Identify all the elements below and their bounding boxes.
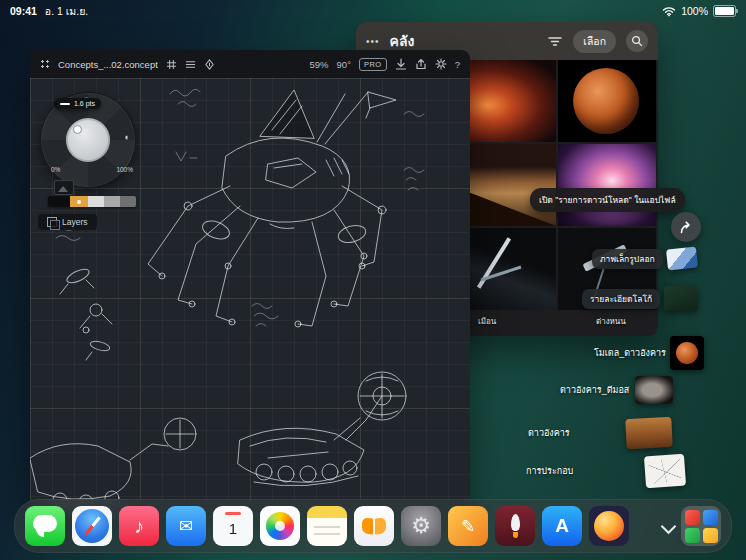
grid-view-icon[interactable] <box>166 59 177 70</box>
search-icon[interactable] <box>626 30 648 52</box>
drag-item[interactable]: ดาวอังคาร <box>528 418 672 448</box>
layers-button[interactable]: Layers <box>38 214 97 230</box>
photo-desert-ridge[interactable] <box>458 144 556 226</box>
stage: 09:41 อ. 1 เม.ย. 100% ••• คลัง <box>0 0 746 560</box>
dock-app-appstore[interactable] <box>542 506 582 546</box>
brush-size-pill[interactable]: 1.6 pts <box>54 98 101 109</box>
drag-item-label: ดาวอังคาร <box>528 426 570 440</box>
dock-app-pencil[interactable] <box>448 506 488 546</box>
opacity-max-label: 100% <box>116 166 133 173</box>
opacity-min-label: 0% <box>51 166 60 173</box>
dock-app-mail[interactable] <box>166 506 206 546</box>
dock-app-settings[interactable] <box>401 506 441 546</box>
photo-mars[interactable] <box>558 60 656 142</box>
status-date: อ. 1 เม.ย. <box>45 3 88 20</box>
downloads-toast[interactable]: เปิด "รายการดาวน์โหลด" ในแอปไฟล์ <box>530 188 685 212</box>
swatch-light-gray[interactable] <box>88 196 104 207</box>
share-arrow-icon <box>678 220 694 235</box>
drag-thumb-mars-thumb <box>670 336 704 370</box>
concepts-toolbar: Concepts_...02.concept 59% 90° PRO <box>30 50 470 78</box>
blend-tool-icon[interactable]: ◐ <box>125 132 130 142</box>
wifi-icon <box>662 6 676 17</box>
dock-app-books[interactable] <box>354 506 394 546</box>
image-import-icon[interactable] <box>54 180 74 195</box>
dock-app-rocket[interactable] <box>495 506 535 546</box>
file-item-label: เมือน <box>478 315 496 328</box>
drag-item-label: โมเดล_ดาวอังคาร <box>594 346 666 360</box>
status-bar: 09:41 อ. 1 เม.ย. 100% <box>0 0 746 20</box>
pro-badge[interactable]: PRO <box>359 58 387 71</box>
dock-app-recents[interactable] <box>681 506 721 546</box>
window-controls-handle[interactable]: ••• <box>366 36 380 47</box>
tool-wheel[interactable]: ✎ ◐ 0% 100% 1.6 pts <box>40 92 136 188</box>
rotation-angle[interactable]: 90° <box>337 59 351 70</box>
drag-item-label: การประกอบ <box>526 464 573 478</box>
drag-thumb-sketch-thumb <box>644 454 686 489</box>
calendar-day: 1 <box>213 506 253 546</box>
document-title[interactable]: Concepts_...02.concept <box>58 59 158 70</box>
dock-app-photos[interactable] <box>260 506 300 546</box>
drag-item-label: รายละเอียดโลโก้ <box>582 289 660 309</box>
status-time: 09:41 <box>10 5 37 17</box>
tool-wheel-center[interactable] <box>66 118 110 162</box>
swatch-mid-gray[interactable] <box>104 196 120 207</box>
dock-apps: 1 <box>25 506 629 546</box>
drag-item[interactable]: ภาพเล็กรูปลอก <box>592 248 697 269</box>
drag-item[interactable]: การประกอบ <box>526 455 685 487</box>
layers-icon <box>47 217 57 227</box>
dock-app-firefox[interactable] <box>589 506 629 546</box>
dock-app-calendar[interactable]: 1 <box>213 506 253 546</box>
help-button[interactable]: ? <box>455 59 460 70</box>
drag-thumb-card-green <box>664 286 698 311</box>
swatch-black[interactable] <box>48 196 70 207</box>
dock: 1 <box>14 499 732 553</box>
menu-lines-icon[interactable] <box>185 59 196 70</box>
battery-icon <box>713 5 736 17</box>
photo-nebula-orange[interactable] <box>458 60 556 142</box>
share-export-icon[interactable] <box>415 58 427 70</box>
files-title: คลัง <box>390 30 415 52</box>
swatch-yellow-selected[interactable] <box>70 196 88 207</box>
filter-icon[interactable] <box>547 34 563 48</box>
settings-gear-icon[interactable] <box>435 58 447 70</box>
import-icon[interactable] <box>395 58 407 70</box>
file-item-label: ต่างหนน <box>596 315 626 328</box>
pen-nib-icon[interactable] <box>204 59 215 70</box>
chevron-down-icon[interactable] <box>659 504 677 548</box>
drag-item-label: ภาพเล็กรูปลอก <box>592 249 663 269</box>
color-swatch-bar <box>48 196 136 207</box>
battery-percent: 100% <box>681 5 708 17</box>
drag-item[interactable]: รายละเอียดโลโก้ <box>582 286 698 311</box>
drag-thumb-card-blue <box>666 246 698 270</box>
dock-app-safari[interactable] <box>72 506 112 546</box>
drag-thumb-rock-thumb <box>635 376 673 404</box>
drawing-canvas[interactable]: ✎ ◐ 0% 100% 1.6 pts Layers <box>30 78 470 512</box>
dock-app-notes[interactable] <box>307 506 347 546</box>
photo-nebula-pink[interactable] <box>558 144 656 226</box>
drag-item-label: ดาวอังคาร_ดีมอส <box>560 383 629 397</box>
layers-label: Layers <box>62 217 88 227</box>
app-grid-icon[interactable] <box>40 59 50 69</box>
concepts-window: Concepts_...02.concept 59% 90° PRO <box>30 50 470 512</box>
drag-item[interactable]: โมเดล_ดาวอังคาร <box>594 336 704 370</box>
drag-item[interactable]: ดาวอังคาร_ดีมอส <box>560 376 673 404</box>
zoom-level[interactable]: 59% <box>310 59 329 70</box>
photo-observatory[interactable] <box>458 228 556 310</box>
share-button[interactable] <box>671 212 701 242</box>
drag-thumb-terrain-thumb <box>625 417 673 449</box>
swatch-dark-gray[interactable] <box>120 196 136 207</box>
select-button[interactable]: เลือก <box>573 30 616 53</box>
dock-app-messages[interactable] <box>25 506 65 546</box>
dock-app-music[interactable] <box>119 506 159 546</box>
